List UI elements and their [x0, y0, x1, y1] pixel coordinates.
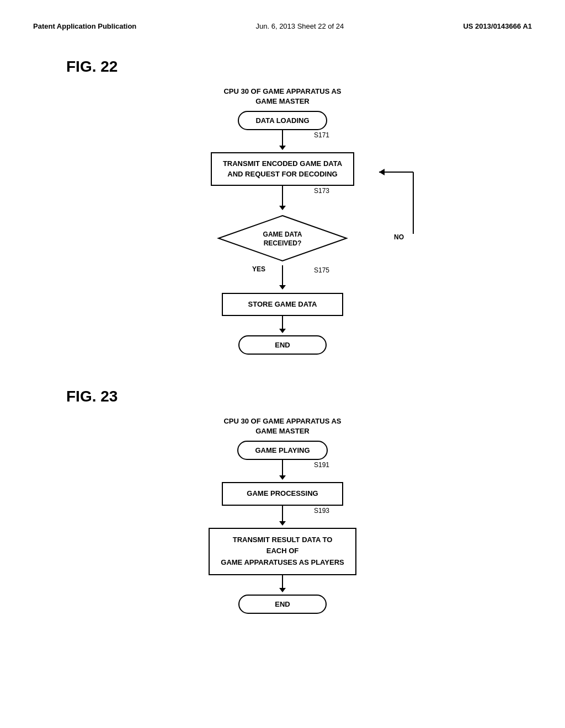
step-s175: S175: [314, 266, 329, 274]
fig22-node-transmit: TRANSMIT ENCODED GAME DATA AND REQUEST F…: [211, 152, 354, 185]
header-left: Patent Application Publication: [33, 22, 136, 30]
svg-text:GAME DATA: GAME DATA: [263, 231, 302, 238]
fig23-node-transmit-result: TRANSMIT RESULT DATA TO EACH OF GAME APP…: [209, 528, 356, 575]
fig23-node-game-playing: GAME PLAYING: [237, 441, 327, 460]
fig23-title: CPU 30 OF GAME APPARATUS AS GAME MASTER: [223, 416, 341, 436]
header-center: Jun. 6, 2013 Sheet 22 of 24: [256, 22, 344, 30]
page-header: Patent Application Publication Jun. 6, 2…: [33, 22, 532, 30]
page: Patent Application Publication Jun. 6, 2…: [0, 0, 565, 728]
fig23-label: FIG. 23: [66, 388, 532, 405]
step-s191: S191: [314, 461, 329, 469]
step-s173: S173: [314, 187, 329, 195]
fig22-title: CPU 30 OF GAME APPARATUS AS GAME MASTER: [223, 87, 341, 106]
fig22-section: FIG. 22 CPU 30 OF GAME APPARATUS AS GAME…: [33, 58, 532, 355]
fig22-flowchart: CPU 30 OF GAME APPARATUS AS GAME MASTER …: [33, 87, 532, 355]
svg-marker-5: [379, 169, 385, 175]
step-s193: S193: [314, 507, 329, 515]
yes-label: YES: [252, 265, 265, 273]
header-right: US 2013/0143666 A1: [463, 22, 532, 30]
fig23-section: FIG. 23 CPU 30 OF GAME APPARATUS AS GAME…: [33, 388, 532, 614]
fig23-node-game-processing: GAME PROCESSING: [222, 482, 343, 505]
fig22-node-diamond: GAME DATA RECEIVED?: [216, 213, 349, 265]
svg-marker-0: [218, 216, 347, 261]
svg-text:RECEIVED?: RECEIVED?: [264, 239, 302, 247]
fig22-node-data-loading: DATA LOADING: [238, 111, 327, 130]
step-s171: S171: [314, 131, 329, 139]
fig22-label: FIG. 22: [66, 58, 532, 76]
fig22-node-end: END: [238, 335, 327, 355]
fig23-node-end: END: [238, 595, 327, 614]
fig22-node-store: STORE GAME DATA: [222, 293, 343, 316]
fig23-flowchart: CPU 30 OF GAME APPARATUS AS GAME MASTER …: [33, 416, 532, 614]
